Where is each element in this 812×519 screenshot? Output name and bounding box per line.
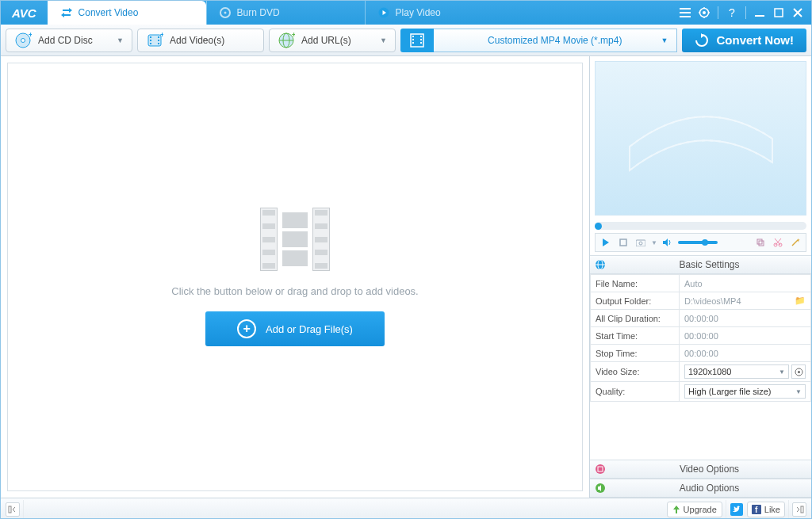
main-toolbar: + Add CD Disc ▼ + Add Video(s) + Add URL… [1,25,811,56]
disc-icon [220,7,231,18]
video-size-select[interactable]: 1920x1080▼ [684,364,789,379]
maximize-icon[interactable] [770,4,787,21]
tab-label: Burn DVD [237,7,280,18]
svg-rect-36 [420,39,422,40]
button-label: Add or Drag File(s) [266,323,353,335]
collapse-right-icon[interactable] [792,502,806,517]
basic-settings-header[interactable]: Basic Settings [590,255,811,274]
svg-point-17 [21,38,25,42]
preview-progress[interactable] [595,222,806,230]
button-label: Add URL(s) [301,35,351,46]
chevron-down-icon[interactable]: ▼ [651,239,657,246]
svg-rect-23 [158,36,159,38]
video-icon [595,464,606,475]
close-icon[interactable] [789,4,806,21]
add-videos-button[interactable]: + Add Video(s) [137,29,264,52]
select-value: 1920x1080 [688,367,731,376]
chevron-down-icon: ▼ [795,388,802,395]
play-icon[interactable] [599,235,613,250]
tab-convert-video[interactable]: Convert Video [48,1,206,25]
stop-time-label: Stop Time: [591,345,680,362]
preview-toolbar: ▼ [595,233,806,252]
globe-icon: + [278,32,295,49]
format-label: Customized MP4 Movie (*.mp4) ▼ [434,29,677,52]
svg-point-53 [596,464,605,474]
separator [23,500,24,519]
svg-text:+: + [292,32,295,39]
svg-text:+: + [160,32,163,39]
up-arrow-icon [672,506,680,513]
cut-icon[interactable] [771,235,785,250]
globe-icon [595,259,606,270]
svg-rect-41 [757,239,762,244]
audio-options-header[interactable]: Audio Options [590,479,811,498]
output-folder-path: D:\videos\MP4 [684,296,795,306]
svg-rect-13 [775,9,783,17]
copy-icon[interactable] [753,235,768,250]
volume-icon[interactable] [661,235,675,250]
output-folder-label: Output Folder: [591,292,680,310]
settings-icon[interactable] [695,4,713,21]
help-icon[interactable]: ? [723,4,741,21]
menu-icon[interactable] [676,4,694,21]
twitter-icon[interactable] [730,502,744,517]
chevron-down-icon: ▼ [117,36,124,44]
svg-rect-24 [158,40,159,41]
convert-now-button[interactable]: Convert Now! [682,29,807,52]
button-label: Like [764,505,780,514]
svg-rect-39 [636,240,645,246]
start-time-value[interactable]: 00:00:00 [680,327,811,345]
file-name-value[interactable]: Auto [680,275,811,292]
output-format-selector[interactable]: Customized MP4 Movie (*.mp4) ▼ [400,29,677,52]
progress-knob[interactable] [595,223,602,230]
svg-rect-32 [412,36,414,37]
quality-select[interactable]: High (Larger file size)▼ [684,384,806,399]
convert-icon [61,7,72,18]
svg-rect-3 [680,8,691,10]
status-bar: Upgrade f Like [1,498,811,519]
section-title: Audio Options [612,483,806,494]
svg-rect-4 [680,12,691,13]
all-clip-duration-label: All Clip Duration: [591,310,680,327]
video-options-header[interactable]: Video Options [590,460,811,479]
add-files-button[interactable]: + Add or Drag File(s) [205,311,385,346]
separator [745,6,746,19]
drop-area[interactable]: Click the button below or drag and drop … [7,63,583,491]
play-icon [378,7,389,18]
title-bar: AVC Convert Video Burn DVD Play Video ? [1,1,811,25]
add-urls-button[interactable]: + Add URL(s) ▼ [269,29,396,52]
stop-time-value[interactable]: 00:00:00 [680,345,811,362]
disc-icon: + [14,32,32,49]
format-text: Customized MP4 Movie (*.mp4) [488,35,622,46]
svg-rect-37 [420,42,422,44]
facebook-like-button[interactable]: f Like [747,502,785,517]
collapse-left-icon[interactable] [6,502,20,517]
volume-slider[interactable] [678,241,718,244]
svg-point-7 [703,11,706,14]
file-name-label: File Name: [591,275,680,292]
button-label: Upgrade [684,505,717,514]
video-size-settings-button[interactable] [791,364,806,379]
svg-rect-34 [412,42,414,44]
add-cd-disc-button[interactable]: + Add CD Disc ▼ [6,29,132,52]
svg-rect-33 [412,39,414,40]
separator [726,500,726,519]
tab-burn-dvd[interactable]: Burn DVD [206,1,365,25]
svg-text:+: + [29,32,32,39]
svg-point-52 [798,371,800,373]
section-title: Basic Settings [612,259,806,270]
folder-icon[interactable]: 📁 [795,296,806,306]
tab-play-video[interactable]: Play Video [365,1,523,25]
minimize-icon[interactable] [751,4,768,21]
wand-icon[interactable] [788,235,802,250]
chevron-down-icon: ▼ [661,36,668,44]
quality-label: Quality: [591,382,680,402]
upgrade-button[interactable]: Upgrade [667,502,722,517]
chevron-down-icon: ▼ [380,36,387,44]
section-title: Video Options [612,464,806,475]
svg-rect-22 [150,43,151,44]
snapshot-icon[interactable] [634,235,648,250]
svg-line-45 [776,239,781,245]
output-folder-value[interactable]: D:\videos\MP4📁 [680,292,811,310]
stop-icon[interactable] [616,235,630,250]
